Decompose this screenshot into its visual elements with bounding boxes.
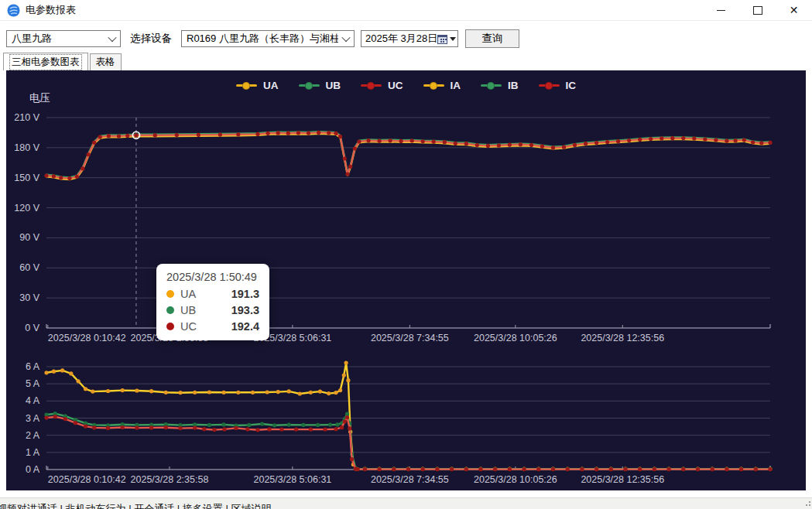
svg-text:2025/3/28 10:05:26: 2025/3/28 10:05:26 (474, 333, 557, 343)
tab-table[interactable]: 表格 (90, 53, 122, 70)
legend-marker (539, 82, 560, 90)
legend-label: UC (388, 80, 403, 91)
maximize-icon (753, 6, 762, 15)
tooltip-row: UA 191.3 (166, 288, 259, 300)
toolbar: 八里九路 选择设备 R0169 八里九路（长丰路）与湘桂线交 2025年 3月2… (0, 21, 812, 52)
series-dot-icon (166, 323, 174, 330)
maximize-button[interactable] (739, 0, 776, 20)
legend-item-ib[interactable]: IB (481, 80, 519, 91)
legend-item-ia[interactable]: IA (423, 80, 461, 91)
legend-label: UB (326, 80, 341, 91)
query-button[interactable]: 查询 (465, 29, 519, 48)
tab-chart-label: 三相电参数图表 (9, 54, 82, 70)
device-label: 选择设备 (130, 32, 172, 46)
svg-text:2025/3/28 5:06:31: 2025/3/28 5:06:31 (254, 474, 332, 485)
svg-text:2025/3/28 7:34:55: 2025/3/28 7:34:55 (371, 474, 449, 485)
svg-text:30 V: 30 V (19, 292, 39, 303)
legend-marker (481, 82, 502, 90)
status-bar-text: 视频对讲通话 | 非机动车行为 | 开会通话 | 接多设置 | 区域说明 (0, 502, 809, 509)
svg-text:0 V: 0 V (25, 323, 39, 333)
legend-label: IB (508, 80, 519, 91)
resize-grip-icon[interactable] (804, 501, 810, 507)
svg-text:2025/3/28 12:35:56: 2025/3/28 12:35:56 (581, 474, 664, 485)
legend-item-ic[interactable]: IC (539, 80, 577, 91)
svg-text:3 A: 3 A (26, 413, 40, 424)
app-icon (7, 4, 20, 17)
series-dot-icon (166, 306, 174, 314)
legend-item-ub[interactable]: UB (299, 80, 341, 91)
svg-text:6 A: 6 A (26, 361, 40, 372)
chevron-down-icon (108, 33, 116, 42)
svg-text:210 V: 210 V (14, 112, 39, 123)
svg-text:2025/3/28 10:05:26: 2025/3/28 10:05:26 (474, 474, 557, 485)
area-select-value: 八里九路 (12, 32, 52, 46)
window-title: 电参数报表 (26, 3, 76, 17)
legend-marker (423, 82, 444, 90)
svg-text:180 V: 180 V (14, 142, 39, 153)
legend-item-ua[interactable]: UA (236, 80, 279, 91)
app-window: 电参数报表 ✕ 八里九路 选择设备 R0169 八里九路（长丰路）与湘桂线交 2… (0, 0, 812, 509)
tooltip-timestamp: 2025/3/28 1:50:49 (166, 271, 259, 283)
close-button[interactable]: ✕ (776, 0, 812, 20)
area-select[interactable]: 八里九路 (6, 30, 121, 47)
svg-text:5 A: 5 A (26, 378, 40, 389)
dropdown-arrow-icon (450, 37, 456, 41)
svg-text:0 A: 0 A (26, 464, 40, 475)
legend-marker (236, 82, 257, 90)
svg-text:2025/3/28 2:35:58: 2025/3/28 2:35:58 (131, 474, 209, 485)
voltage-chart-title: 电压 (29, 91, 50, 105)
charts-canvas[interactable]: 210 V180 V150 V120 V90 V60 V30 V0 V2025/… (6, 70, 806, 490)
svg-text:2025/3/28 7:34:55: 2025/3/28 7:34:55 (371, 333, 449, 343)
svg-text:2 A: 2 A (26, 430, 40, 441)
device-select-value: R0169 八里九路（长丰路）与湘桂线交 (187, 32, 338, 46)
series-dot-icon (166, 290, 174, 298)
legend-marker (299, 82, 320, 90)
svg-text:2025/3/28 0:10:42: 2025/3/28 0:10:42 (48, 333, 126, 343)
svg-text:120 V: 120 V (14, 203, 39, 214)
tab-chart[interactable]: 三相电参数图表 (3, 53, 88, 70)
legend-label: IA (451, 80, 461, 91)
svg-text:150 V: 150 V (14, 173, 39, 183)
tooltip-row: UC 192.4 (166, 320, 259, 333)
svg-text:60 V: 60 V (19, 262, 39, 273)
chart-legend: UA UB UC IA IB IC (6, 80, 806, 91)
legend-label: UA (263, 80, 279, 91)
title-bar: 电参数报表 ✕ (0, 0, 812, 21)
status-bar: 视频对讲通话 | 非机动车行为 | 开会通话 | 接多设置 | 区域说明 (0, 497, 812, 509)
minimize-button[interactable] (703, 0, 739, 20)
tab-strip: 三相电参数图表 表格 (0, 52, 812, 70)
close-icon: ✕ (790, 5, 799, 15)
calendar-icon (437, 34, 447, 44)
svg-text:2025/3/28 0:10:42: 2025/3/28 0:10:42 (48, 474, 126, 485)
legend-item-uc[interactable]: UC (361, 80, 403, 91)
device-select[interactable]: R0169 八里九路（长丰路）与湘桂线交 (181, 30, 355, 47)
svg-text:4 A: 4 A (26, 395, 40, 406)
svg-text:90 V: 90 V (19, 232, 39, 243)
chart-tooltip: 2025/3/28 1:50:49 UA 191.3 UB 193.3 UC 1… (156, 264, 269, 340)
svg-text:1 A: 1 A (26, 447, 40, 458)
date-picker-value: 2025年 3月28日 (365, 32, 437, 46)
minimize-icon (717, 10, 725, 11)
date-picker[interactable]: 2025年 3月28日 (361, 30, 458, 47)
legend-label: IC (566, 80, 577, 91)
chevron-down-icon (341, 33, 350, 42)
chart-panel: 210 V180 V150 V120 V90 V60 V30 V0 V2025/… (6, 70, 806, 490)
svg-text:2025/3/28 12:35:56: 2025/3/28 12:35:56 (581, 333, 664, 343)
legend-marker (361, 82, 382, 90)
tooltip-row: UB 193.3 (166, 304, 259, 316)
tab-table-label: 表格 (96, 56, 115, 69)
